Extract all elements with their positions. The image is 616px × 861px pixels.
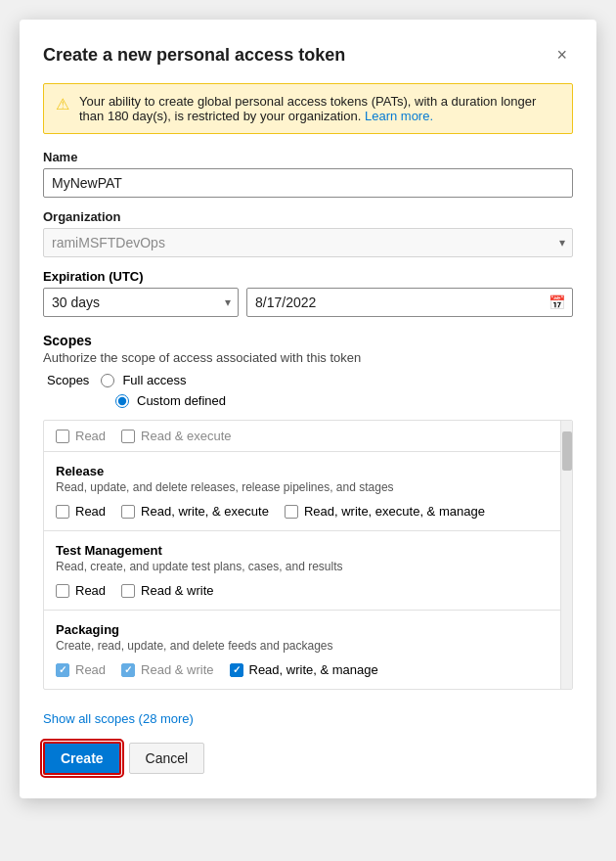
days-select[interactable]: 30 days 60 days 90 days 180 days Custom [43,288,239,317]
show-all-wrapper: Show all scopes (28 more) [43,700,573,726]
release-desc: Read, update, and delete releases, relea… [56,480,549,494]
name-label: Name [43,150,573,164]
scopes-description: Authorize the scope of access associated… [43,350,573,365]
packaging-desc: Create, read, update, and delete feeds a… [56,639,549,653]
release-write-execute-checkbox[interactable] [121,505,135,519]
release-read-label: Read [75,504,106,519]
packaging-manage-checkmark: ✓ [233,664,241,675]
test-management-desc: Read, create, and update test plans, cas… [56,560,549,573]
packaging-write-option: ✓ Read & write [121,662,213,677]
scopes-section: Scopes Authorize the scope of access ass… [43,333,573,408]
organization-label: Organization [43,209,573,224]
date-input[interactable] [246,288,573,317]
packaging-title: Packaging [56,622,549,637]
dialog-title: Create a new personal access token [43,45,345,66]
test-write-option: Read & write [121,583,213,598]
test-read-option: Read [56,583,106,598]
date-input-wrapper: 📅 [246,288,573,317]
packaging-write-checkbox: ✓ [121,663,135,677]
full-access-label: Full access [122,373,186,387]
test-write-checkbox[interactable] [121,584,135,598]
dialog-footer: Create Cancel [43,742,573,775]
read-execute-option-top: Read & execute [121,429,232,443]
read-checkbox-top[interactable] [56,430,69,443]
expiration-field-group: Expiration (UTC) 30 days 60 days 90 days… [43,269,573,317]
release-manage-option: Read, write, execute, & manage [285,504,485,519]
scope-radio-group: Scopes Full access Custom defined [43,373,573,408]
release-manage-label: Read, write, execute, & manage [304,504,485,519]
read-option-top: Read [56,429,106,443]
release-write-execute-option: Read, write, & execute [121,504,269,519]
test-management-options: Read Read & write [56,583,549,598]
test-management-section: Test Management Read, create, and update… [44,531,560,611]
calendar-icon[interactable]: 📅 [549,295,565,310]
release-write-execute-label: Read, write, & execute [141,504,269,519]
release-title: Release [56,464,549,478]
scrollbar[interactable] [560,421,572,689]
packaging-read-label: Read [75,662,106,677]
test-read-checkbox[interactable] [56,584,69,598]
packaging-write-label: Read & write [141,662,213,677]
packaging-manage-label: Read, write, & manage [249,662,378,677]
organization-field-group: Organization ramiMSFTDevOps ▾ [43,209,573,257]
name-input[interactable] [43,168,573,198]
packaging-read-checkbox: ✓ [56,663,69,677]
packaging-write-checkmark: ✓ [124,664,132,675]
packaging-read-option: ✓ Read [56,662,106,677]
create-button[interactable]: Create [43,742,121,775]
release-options: Read Read, write, & execute Read, write,… [56,504,549,519]
expiration-row: 30 days 60 days 90 days 180 days Custom … [43,288,573,317]
packaging-manage-option: ✓ Read, write, & manage [230,662,378,677]
organization-select-wrapper: ramiMSFTDevOps ▾ [43,228,573,257]
scopes-title: Scopes [43,333,573,348]
packaging-manage-checkbox[interactable]: ✓ [230,663,243,677]
test-write-label: Read & write [141,583,213,598]
create-pat-dialog: Create a new personal access token × ⚠ Y… [20,20,596,798]
warning-icon: ⚠ [56,95,69,113]
warning-banner: ⚠ Your ability to create global personal… [43,83,573,134]
top-scope-row: Read Read & execute [44,421,560,452]
custom-defined-label: Custom defined [137,393,226,408]
close-button[interactable]: × [550,43,573,68]
learn-more-link[interactable]: Learn more. [365,109,433,123]
full-access-radio[interactable] [101,374,114,387]
full-access-radio-row: Scopes Full access [47,373,573,387]
read-label-top: Read [75,429,106,443]
scroll-thumb[interactable] [562,431,572,471]
scopes-scroll-area: Read Read & execute Release Read, update… [43,420,573,690]
days-select-wrapper: 30 days 60 days 90 days 180 days Custom … [43,288,239,317]
release-read-option: Read [56,504,106,519]
expiration-label: Expiration (UTC) [43,269,573,284]
custom-defined-radio[interactable] [115,394,129,408]
packaging-options: ✓ Read ✓ Read & write ✓ Rea [56,662,549,677]
test-read-label: Read [75,583,106,598]
read-execute-checkbox-top[interactable] [121,430,135,443]
scopes-row-label: Scopes [47,373,89,387]
name-field-group: Name [43,150,573,198]
packaging-section: Packaging Create, read, update, and dele… [44,611,560,689]
packaging-read-checkmark: ✓ [59,664,66,675]
test-management-title: Test Management [56,543,549,558]
release-read-checkbox[interactable] [56,505,69,519]
warning-text: Your ability to create global personal a… [79,94,560,123]
scroll-content: Read Read & execute Release Read, update… [44,421,572,689]
release-section: Release Read, update, and delete release… [44,452,560,531]
read-execute-label-top: Read & execute [141,429,232,443]
show-all-scopes-link[interactable]: Show all scopes (28 more) [43,711,194,726]
custom-defined-radio-row: Custom defined [47,393,573,408]
cancel-button[interactable]: Cancel [129,743,205,774]
release-manage-checkbox[interactable] [285,505,298,519]
dialog-header: Create a new personal access token × [43,43,573,68]
organization-select[interactable]: ramiMSFTDevOps [43,228,573,257]
